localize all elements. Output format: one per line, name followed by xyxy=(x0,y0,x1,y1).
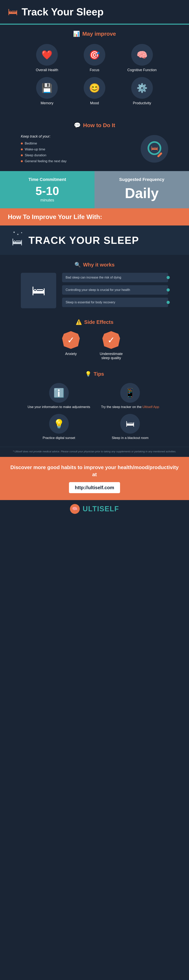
why-works-section: 🔍 Why it works 🛏 Bad sleep can increase … xyxy=(0,255,189,315)
how-to-section: 💬 How to Do It Keep track of your: Bedti… xyxy=(0,115,189,171)
why-works-content: 🛏 Bad sleep can increase the risk of dyi… xyxy=(21,273,168,308)
track-sleep-title: TRACK YOUR SLEEP xyxy=(28,234,139,246)
why-works-visual: 🛏 xyxy=(21,273,56,308)
why-works-heading: 🔍 Why it works xyxy=(12,262,177,268)
side-item-anxiety: ✓ Anxiety xyxy=(62,331,80,360)
list-item: Bedtime xyxy=(21,142,133,145)
side-effects-title: Side Effects xyxy=(84,319,113,325)
use-information-label: Use your information to make adjustments xyxy=(28,405,90,409)
disclaimer-text: * Ultiself does not provide medical advi… xyxy=(12,450,177,453)
underestimate-label: Underestimate sleep quality xyxy=(96,352,127,360)
digital-sunset-label: Practice digital sunset xyxy=(43,436,75,440)
why-item-1: Bad sleep can increase the risk of dying xyxy=(62,273,168,282)
list-item: General feeling the next day xyxy=(21,159,133,163)
why-dot-3 xyxy=(167,301,170,304)
time-commitment-label: Time Commitment xyxy=(6,177,88,182)
tips-grid: ℹ️ Use your information to make adjustme… xyxy=(26,383,163,440)
why-works-list: Bad sleep can increase the risk of dying… xyxy=(62,273,168,307)
productivity-icon-circle: ⚙️ xyxy=(131,77,153,99)
may-improve-section: 📊 May improve ❤️ Overall Health 🎯 Focus … xyxy=(0,25,189,115)
cognitive-label: Cognitive Function xyxy=(127,68,157,72)
phone-icon-circle: 📱 xyxy=(120,383,140,402)
speech-bubble-icon: 💬 xyxy=(74,122,81,129)
productivity-label: Productivity xyxy=(133,101,151,105)
improve-banner-title: How To Improve Your Life With: xyxy=(8,213,181,221)
search-icon: 🔍 xyxy=(74,262,81,268)
overall-health-icon-circle: ❤️ xyxy=(36,44,58,66)
track-list: Bedtime Wake-up time Sleep duration Gene… xyxy=(21,142,133,163)
page-title: Track Your Sleep xyxy=(22,6,104,18)
time-unit-label: minutes xyxy=(6,198,88,202)
tip-item-digital-sunset: 💡 Practice digital sunset xyxy=(26,414,92,440)
frequency-value: Daily xyxy=(101,185,183,201)
sunset-icon-circle: 💡 xyxy=(49,414,69,434)
tip-item-blackout-room: 🛏 Sleep in a blackout room xyxy=(97,414,164,440)
track-sleep-section: ✦ ✦ ✦ 🛏 TRACK YOUR SLEEP xyxy=(0,226,189,255)
improve-item-memory: 💾 Memory xyxy=(26,77,68,105)
why-dot-2 xyxy=(167,288,170,291)
focus-label: Focus xyxy=(90,68,99,72)
tip-item-sleep-tracker: 📱 Try the sleep tracker on the Ultiself … xyxy=(97,383,164,409)
improve-item-productivity: ⚙️ Productivity xyxy=(121,77,163,105)
why-works-title: Why it works xyxy=(83,262,115,268)
sleep-tracker-label: Try the sleep tracker on the Ultiself Ap… xyxy=(101,405,159,409)
list-item: Sleep duration xyxy=(21,153,133,157)
memory-label: Memory xyxy=(41,101,54,105)
magnify-glass: 🛏 xyxy=(148,141,161,155)
header-section: 🛏 Track Your Sleep xyxy=(0,0,189,24)
memory-icon-circle: 💾 xyxy=(36,77,58,99)
time-commitment-value: 5-10 xyxy=(6,185,88,197)
blackout-icon-circle: 🛏 xyxy=(120,414,140,434)
cognitive-icon-circle: 🧠 xyxy=(131,44,153,66)
focus-icon-circle: 🎯 xyxy=(84,44,105,66)
footer-url[interactable]: http://ultiself.com xyxy=(75,485,114,490)
brand-logo-icon: 🧠 xyxy=(70,504,80,514)
time-frequency-section: Time Commitment 5-10 minutes Suggested F… xyxy=(0,171,189,208)
brand-footer: 🧠 ULTiSELF xyxy=(0,500,189,518)
improve-item-mood: 😊 Mood xyxy=(73,77,116,105)
frequency-label: Suggested Frequency xyxy=(101,177,183,182)
how-to-heading: 💬 How to Do It xyxy=(12,122,177,129)
tips-section: 💡 Tips ℹ️ Use your information to make a… xyxy=(0,367,189,447)
why-dot-1 xyxy=(167,276,170,279)
tips-title: Tips xyxy=(94,371,104,377)
mood-icon-circle: 😊 xyxy=(84,77,105,99)
disclaimer-section: * Ultiself does not provide medical advi… xyxy=(0,447,189,457)
brand-name: ULTiSELF xyxy=(83,505,119,513)
bullet-icon xyxy=(21,143,23,145)
bed-in-magnify: 🛏 xyxy=(151,144,158,152)
warning-icon: ⚠️ xyxy=(76,319,82,325)
footer-url-box[interactable]: http://ultiself.com xyxy=(69,482,120,493)
side-effects-grid: ✓ Anxiety ✓ Underestimate sleep quality xyxy=(12,331,177,360)
may-improve-grid: ❤️ Overall Health 🎯 Focus 🧠 Cognitive Fu… xyxy=(26,44,163,105)
anxiety-label: Anxiety xyxy=(65,352,77,356)
side-effects-section: ⚠️ Side Effects ✓ Anxiety ✓ Underestimat… xyxy=(0,315,189,367)
pillow-icon: 🛏 xyxy=(12,235,23,248)
may-improve-title: May improve xyxy=(82,31,116,37)
tip-item-use-information: ℹ️ Use your information to make adjustme… xyxy=(26,383,92,409)
chart-icon: 📊 xyxy=(73,30,80,37)
improve-item-cognitive-function: 🧠 Cognitive Function xyxy=(121,44,163,72)
improve-item-overall-health: ❤️ Overall Health xyxy=(26,44,68,72)
shield-underestimate-icon: ✓ xyxy=(102,331,120,349)
overall-health-label: Overall Health xyxy=(36,68,58,72)
bullet-icon xyxy=(21,160,23,162)
sleep-magnify-icon: 🛏 xyxy=(141,135,168,162)
lightbulb-icon: 💡 xyxy=(85,371,91,377)
mood-label: Mood xyxy=(90,101,99,105)
shield-anxiety-icon: ✓ xyxy=(62,331,80,349)
why-item-2: Controlling your sleep is crucial for yo… xyxy=(62,285,168,295)
list-item: Wake-up time xyxy=(21,148,133,151)
keep-track-label: Keep track of your: xyxy=(21,134,133,138)
improve-item-focus: 🎯 Focus xyxy=(73,44,116,72)
side-effects-heading: ⚠️ Side Effects xyxy=(12,319,177,325)
side-item-underestimate: ✓ Underestimate sleep quality xyxy=(96,331,127,360)
time-commitment-block: Time Commitment 5-10 minutes xyxy=(0,171,94,208)
bullet-icon xyxy=(21,154,23,156)
suggested-frequency-block: Suggested Frequency Daily xyxy=(94,171,189,208)
how-to-title: How to Do It xyxy=(83,122,115,129)
footer-cta-text: Discover more good habits to improve you… xyxy=(8,464,181,478)
how-to-text: Keep track of your: Bedtime Wake-up time… xyxy=(21,134,133,163)
info-icon-circle: ℹ️ xyxy=(49,383,69,402)
ultiself-app-link[interactable]: Ultiself App xyxy=(142,405,159,409)
